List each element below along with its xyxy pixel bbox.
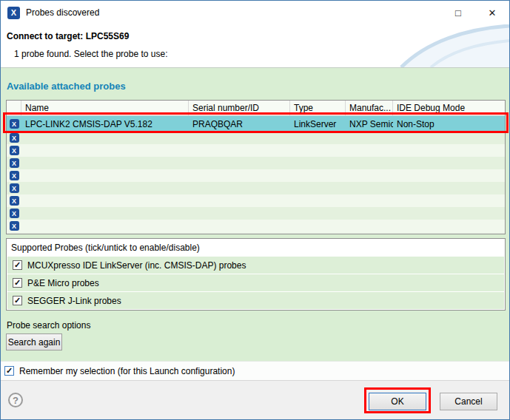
mcuxpresso-probe-icon: X bbox=[10, 119, 19, 129]
mcuxpresso-probe-icon: X bbox=[10, 171, 19, 180]
table-row: X bbox=[7, 144, 505, 157]
ok-button[interactable]: OK bbox=[369, 393, 426, 410]
mcuxpresso-probe-icon: X bbox=[10, 209, 19, 218]
probe-debug-mode: Non-Stop bbox=[393, 119, 505, 129]
table-row: X bbox=[7, 220, 505, 232]
column-header-type[interactable]: Type bbox=[290, 101, 346, 115]
connect-target-title: Connect to target: LPC55S69 bbox=[7, 31, 129, 41]
button-bar: ? OK Cancel bbox=[1, 380, 509, 420]
remember-selection-row: ✓ Remember my selection (for this Launch… bbox=[1, 361, 509, 380]
supported-probes-heading: Supported Probes (tick/untick to enable/… bbox=[7, 239, 505, 257]
banner-art bbox=[332, 24, 509, 67]
supported-probe-row-segger: ✓ SEGGER J-Link probes bbox=[7, 292, 504, 309]
mcuxpresso-logo-icon: X bbox=[7, 7, 20, 19]
segger-checkbox[interactable]: ✓ bbox=[13, 296, 22, 305]
remember-selection-checkbox[interactable]: ✓ bbox=[4, 366, 14, 376]
table-row: X bbox=[7, 132, 505, 144]
search-again-button[interactable]: Search again bbox=[6, 333, 62, 350]
mcuxpresso-probe-icon: X bbox=[10, 221, 19, 231]
table-row: X bbox=[7, 169, 505, 182]
table-row: X bbox=[7, 207, 505, 220]
probe-manufacturer: NXP Semico bbox=[346, 119, 393, 129]
probes-table: Name Serial number/ID Type Manufac... ID… bbox=[6, 100, 506, 234]
pemicro-label: P&E Micro probes bbox=[27, 278, 99, 288]
probe-serial: PRAQBQAR bbox=[189, 119, 290, 129]
probes-table-header: Name Serial number/ID Type Manufac... ID… bbox=[7, 101, 505, 116]
empty-table-rows: X X X X X X X X bbox=[7, 132, 505, 232]
mcuxpresso-probe-icon: X bbox=[10, 196, 19, 206]
table-row: X bbox=[7, 194, 505, 207]
probe-row-selected[interactable]: X LPC-LINK2 CMSIS-DAP V5.182 PRAQBQAR Li… bbox=[7, 116, 505, 132]
close-button[interactable]: ✕ bbox=[475, 1, 509, 24]
title-bar[interactable]: X Probes discovered □ ✕ bbox=[1, 1, 509, 24]
linkserver-label: MCUXpresso IDE LinkServer (inc. CMSIS-DA… bbox=[27, 260, 246, 271]
mcuxpresso-probe-icon: X bbox=[10, 158, 19, 168]
available-probes-heading: Available attached probes bbox=[7, 81, 126, 92]
column-header-manufacturer[interactable]: Manufac... bbox=[346, 101, 393, 115]
column-header-debug-mode[interactable]: IDE Debug Mode bbox=[393, 101, 505, 115]
supported-probe-row-linkserver: ✓ MCUXpresso IDE LinkServer (inc. CMSIS-… bbox=[7, 257, 504, 274]
segger-label: SEGGER J-Link probes bbox=[27, 296, 121, 306]
probe-found-message: 1 probe found. Select the probe to use: bbox=[14, 49, 167, 59]
supported-probe-row-pemicro: ✓ P&E Micro probes bbox=[7, 274, 504, 291]
mcuxpresso-probe-icon: X bbox=[10, 183, 19, 193]
window-title: Probes discovered bbox=[26, 7, 99, 18]
cancel-button[interactable]: Cancel bbox=[440, 393, 497, 410]
column-header-icon[interactable] bbox=[7, 101, 21, 115]
remember-selection-label: Remember my selection (for this Launch c… bbox=[19, 366, 235, 376]
mcuxpresso-probe-icon: X bbox=[10, 146, 19, 155]
probe-search-options-label: Probe search options bbox=[7, 320, 90, 331]
column-header-name[interactable]: Name bbox=[21, 101, 189, 115]
mcuxpresso-probe-icon: X bbox=[10, 133, 19, 143]
probe-type: LinkServer bbox=[290, 119, 346, 129]
supported-probes-panel: Supported Probes (tick/untick to enable/… bbox=[6, 238, 506, 311]
table-row: X bbox=[7, 157, 505, 169]
pemicro-checkbox[interactable]: ✓ bbox=[13, 278, 22, 288]
maximize-button[interactable]: □ bbox=[441, 1, 475, 24]
table-row: X bbox=[7, 182, 505, 194]
probe-name: LPC-LINK2 CMSIS-DAP V5.182 bbox=[21, 119, 189, 129]
dialog-header: Connect to target: LPC55S69 1 probe foun… bbox=[1, 24, 509, 68]
help-icon[interactable]: ? bbox=[8, 393, 23, 407]
linkserver-checkbox[interactable]: ✓ bbox=[13, 260, 22, 270]
probes-discovered-dialog: X Probes discovered □ ✕ Connect to targe… bbox=[0, 0, 510, 420]
column-header-serial[interactable]: Serial number/ID bbox=[189, 101, 290, 115]
